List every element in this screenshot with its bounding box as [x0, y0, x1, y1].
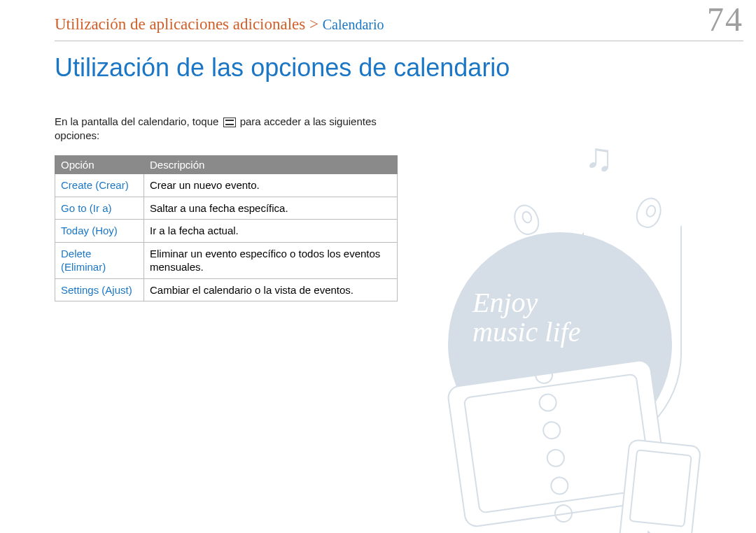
- earbud-right-icon: [633, 194, 666, 232]
- wire-left: [518, 232, 584, 417]
- media-player-icon: [617, 439, 702, 533]
- option-cell: Settings (Ajust): [55, 278, 144, 301]
- breadcrumb-separator: >: [309, 15, 318, 33]
- options-table: Opción Descripción Create (Crear) Crear …: [55, 155, 398, 301]
- description-cell: Cambiar el calendario o la vista de even…: [144, 278, 398, 301]
- decorative-illustration: ♫ Enjoy music life: [392, 85, 756, 533]
- description-cell: Ir a la fecha actual.: [144, 220, 398, 243]
- table-row: Delete (Eliminar) Eliminar un evento esp…: [55, 242, 398, 278]
- tagline: Enjoy music life: [472, 288, 580, 347]
- wire-right: [574, 225, 682, 452]
- page-title: Utilización de las opciones de calendari…: [55, 53, 510, 82]
- table-header-row: Opción Descripción: [55, 156, 398, 174]
- tagline-line2: music life: [472, 316, 580, 348]
- play-icon: [646, 530, 659, 533]
- intro-before: En la pantalla del calendario, toque: [55, 115, 222, 127]
- background-circle: [448, 232, 672, 456]
- header-description: Descripción: [144, 156, 398, 174]
- intro-text: En la pantalla del calendario, toque par…: [55, 115, 419, 143]
- table-row: Create (Crear) Crear un nuevo evento.: [55, 174, 398, 197]
- breadcrumb-page: Calendario: [323, 17, 384, 32]
- option-cell: Delete (Eliminar): [55, 242, 144, 278]
- breadcrumb-section: Utilización de aplicaciones adicionales: [55, 15, 305, 33]
- planner-icon: [446, 359, 670, 529]
- planner-rings: [533, 364, 573, 523]
- page-number: 74: [707, 0, 743, 38]
- option-cell: Create (Crear): [55, 174, 144, 197]
- table-row: Settings (Ajust) Cambiar el calendario o…: [55, 278, 398, 301]
- header-divider: [55, 41, 743, 41]
- table-row: Go to (Ir a) Saltar a una fecha específi…: [55, 197, 398, 220]
- option-cell: Go to (Ir a): [55, 197, 144, 220]
- header-option: Opción: [55, 156, 144, 174]
- music-note-icon: ♫: [584, 134, 614, 180]
- description-cell: Saltar a una fecha específica.: [144, 197, 398, 220]
- description-cell: Eliminar un evento específico o todos lo…: [144, 242, 398, 278]
- table-row: Today (Hoy) Ir a la fecha actual.: [55, 220, 398, 243]
- menu-icon: [223, 118, 236, 127]
- tagline-line1: Enjoy: [472, 287, 538, 318]
- breadcrumb: Utilización de aplicaciones adicionales …: [55, 15, 384, 34]
- earbud-left-icon: [510, 201, 543, 239]
- description-cell: Crear un nuevo evento.: [144, 174, 398, 197]
- option-cell: Today (Hoy): [55, 220, 144, 243]
